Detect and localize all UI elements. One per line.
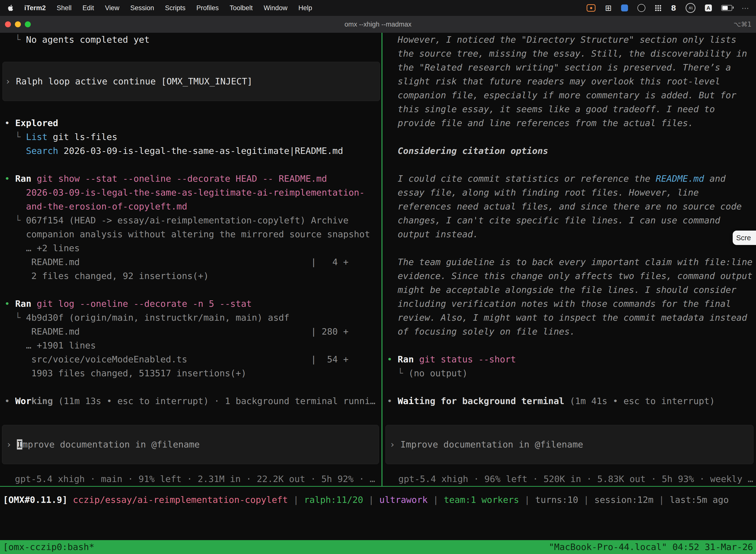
title-bar: omx --xhigh --madmax ⌥⌘1 xyxy=(0,16,756,33)
prompt-input-right-text: › Improve documentation in @filename xyxy=(390,438,583,451)
terminal-line: However, I noticed the "Directory Struct… xyxy=(387,33,756,47)
terminal-line: … +2 lines xyxy=(4,241,381,255)
menu-item-window[interactable]: Window xyxy=(264,4,288,12)
left-pane[interactable]: └ No agents completed yet› Ralph loop ac… xyxy=(0,33,381,486)
terminal-line xyxy=(4,283,381,297)
terminal-line: • Ran git log --oneline --decorate -n 5 … xyxy=(4,297,381,311)
terminal-line: └ 067f154 (HEAD -> essay/ai-reimplementa… xyxy=(4,214,381,227)
screen-sharing-overlay[interactable]: Scre xyxy=(733,231,756,245)
battery-gauge-label: .61 xyxy=(688,6,693,10)
dark-app-icon[interactable] xyxy=(637,4,645,12)
recording-dot-icon xyxy=(590,7,592,9)
dots-grid-icon[interactable] xyxy=(655,5,662,11)
tmux-host-clock-label: "MacBook-Pro-44.local" 04:52 31-Mar-26 xyxy=(549,540,753,554)
terminal-line: this single essay, it seems like a good … xyxy=(387,102,756,116)
right-pane-scrollback: However, I noticed the "Directory Struct… xyxy=(383,33,756,408)
pane-divider[interactable] xyxy=(381,33,382,486)
terminal-line: Considering citation options xyxy=(387,144,756,158)
menu-item-profiles[interactable]: Profiles xyxy=(196,4,219,12)
right-pane-status: gpt-5.4 xhigh · 96% left · 520K in · 5.8… xyxy=(383,472,756,486)
menu-item-view[interactable]: View xyxy=(105,4,119,12)
terminal-line: • Ran git status --short xyxy=(387,352,756,366)
figure-eight-app-icon[interactable]: 8 xyxy=(671,4,676,12)
terminal-line xyxy=(4,47,381,61)
terminal-line: companion file, especially if more comme… xyxy=(387,88,756,102)
blue-app-icon[interactable] xyxy=(621,4,628,11)
apple-menu-icon[interactable] xyxy=(7,4,14,12)
menu-item-session[interactable]: Session xyxy=(130,4,154,12)
menu-item-toolbelt[interactable]: Toolbelt xyxy=(230,4,253,12)
terminal-line: README.md | 4 + xyxy=(4,255,381,269)
terminal-line xyxy=(4,102,381,116)
terminal-line: I could cite commit statistics or refere… xyxy=(387,172,756,186)
terminal-line: of focusing solely on file lines. xyxy=(387,325,756,339)
tmux-status-bar: [omx-cczip0:bash* "MacBook-Pro-44.local"… xyxy=(0,540,756,554)
terminal-line: essay file, along with finding root file… xyxy=(387,186,756,200)
left-pane-scrollback: └ No agents completed yet› Ralph loop ac… xyxy=(0,33,381,408)
terminal-line: • Explored xyxy=(4,116,381,130)
terminal-line: └ List git ls-files xyxy=(4,130,381,144)
terminal-line: and-the-erosion-of-copyleft.md xyxy=(4,200,381,214)
terminal-window: └ No agents completed yet› Ralph loop ac… xyxy=(0,33,756,540)
terminal-line: The team guideline is to back every impo… xyxy=(387,255,756,269)
terminal-line: provide file and line references from th… xyxy=(387,116,756,130)
terminal-line xyxy=(387,158,756,172)
terminal-line: slight risk that future readers may over… xyxy=(387,74,756,88)
terminal-line xyxy=(387,130,756,144)
prompt-input-right[interactable]: › Improve documentation in @filename xyxy=(385,425,754,464)
terminal-line: └ (no output) xyxy=(387,366,756,380)
input-source-icon[interactable]: A xyxy=(705,4,712,11)
terminal-line xyxy=(387,339,756,352)
terminal-line xyxy=(4,380,381,394)
terminal-line: the source tree, missing the essay. Stil… xyxy=(387,47,756,61)
terminal-line: • Ran git show --stat --oneline --decora… xyxy=(4,172,381,186)
terminal-line xyxy=(387,241,756,255)
terminal-line: README.md | 280 + xyxy=(4,325,381,339)
inject-banner: › Ralph loop active continue [OMX_TMUX_I… xyxy=(2,62,380,101)
screen-recording-icon[interactable] xyxy=(586,4,595,12)
inject-banner-text: › Ralph loop active continue [OMX_TMUX_I… xyxy=(5,74,252,88)
terminal-line: 2026-03-09-is-legal-the-same-as-legitima… xyxy=(4,186,381,200)
battery-icon[interactable] xyxy=(721,5,732,11)
menu-bar: iTerm2ShellEditViewSessionScriptsProfile… xyxy=(0,0,756,16)
terminal-line xyxy=(387,380,756,394)
menu-item-edit[interactable]: Edit xyxy=(82,4,94,12)
screen: iTerm2ShellEditViewSessionScriptsProfile… xyxy=(0,0,756,554)
window-title: omx --xhigh --madmax xyxy=(0,16,756,33)
terminal-line: the "Related research writing" section i… xyxy=(387,61,756,74)
prompt-input-left[interactable]: › Improve documentation in @filename xyxy=(2,425,379,464)
window-grid-icon[interactable]: ⊞ xyxy=(605,4,612,12)
terminal-line: including verification notes with those … xyxy=(387,297,756,311)
battery-fill xyxy=(722,6,728,10)
terminal-line: └ No agents completed yet xyxy=(4,33,381,47)
menu-item-scripts[interactable]: Scripts xyxy=(165,4,186,12)
menu-bar-status-icons: ⊞ 8 .61 A ⋯ xyxy=(586,3,749,13)
right-pane[interactable]: However, I noticed the "Directory Struct… xyxy=(383,33,756,486)
tmux-session-label: [omx-cczip0:bash* xyxy=(3,540,94,554)
battery-nub xyxy=(733,6,734,9)
terminal-line: • Working (11m 13s • esc to interrupt) ·… xyxy=(4,394,381,408)
terminal-line: Search 2026-03-09-is-legal-the-same-as-l… xyxy=(4,144,381,158)
horizontal-divider xyxy=(0,486,756,487)
terminal-line: companion analysis without altering the … xyxy=(4,227,381,241)
terminal-line xyxy=(4,158,381,172)
window-shortcut-badge: ⌥⌘1 xyxy=(734,16,752,33)
omx-status-line: [OMX#0.11.9] cczip/essay/ai-reimplementa… xyxy=(3,493,729,507)
prompt-input-left-text: › Improve documentation in @filename xyxy=(6,438,200,451)
terminal-line: output instead. xyxy=(387,227,756,241)
terminal-line: references need actual files, and since … xyxy=(387,200,756,214)
control-center-icon[interactable]: ⋯ xyxy=(742,4,749,12)
terminal-line: 2 files changed, 92 insertions(+) xyxy=(4,269,381,283)
terminal-line: • Waiting for background terminal (1m 41… xyxy=(387,394,756,408)
menu-item-shell[interactable]: Shell xyxy=(57,4,72,12)
menu-item-help[interactable]: Help xyxy=(298,4,312,12)
terminal-line: 1903 files changed, 513517 insertions(+) xyxy=(4,366,381,380)
terminal-line: evidence. Since this change only affects… xyxy=(387,269,756,283)
terminal-line: might be acceptable alongside the file l… xyxy=(387,283,756,297)
terminal-line: … +1901 lines xyxy=(4,339,381,352)
menu-item-iterm2[interactable]: iTerm2 xyxy=(24,4,46,12)
battery-gauge-icon[interactable]: .61 xyxy=(686,3,695,13)
terminal-line: src/voice/voiceModeEnabled.ts | 54 + xyxy=(4,352,381,366)
terminal-line: └ 4b9d30f (origin/main, instructkr/main,… xyxy=(4,311,381,325)
terminal-line: review. Also, I might want to inspect th… xyxy=(387,311,756,325)
